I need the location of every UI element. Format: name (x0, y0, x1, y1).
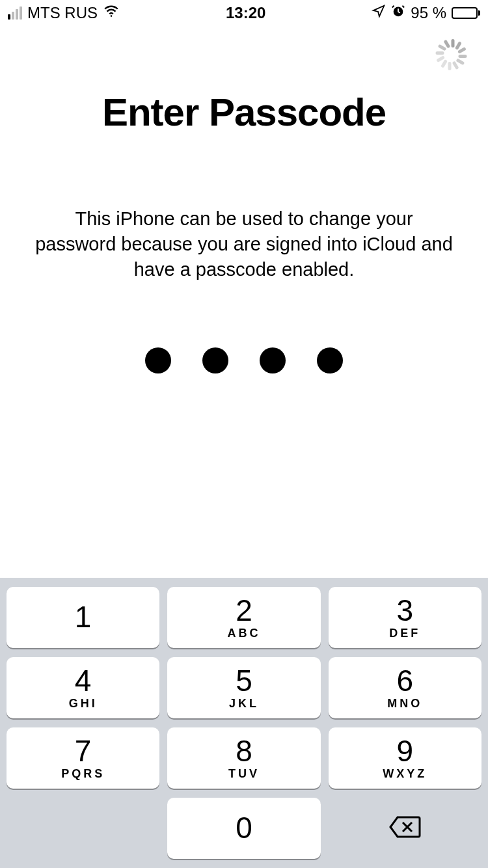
keypad-key-9[interactable]: 9 WXYZ (329, 727, 481, 789)
keypad-digit: 1 (75, 602, 92, 632)
carrier-name: MTS RUS (27, 4, 98, 22)
backspace-icon (388, 815, 421, 842)
alarm-icon (391, 4, 405, 22)
numeric-keypad: 1 2 ABC 3 DEF 4 GHI 5 JKL 6 MNO 7 PQRS 8… (0, 578, 488, 868)
battery-percent: 95 % (411, 4, 446, 22)
keypad-letters: MNO (387, 697, 422, 711)
keypad-letters: JKL (229, 697, 259, 711)
keypad-digit: 2 (236, 595, 252, 625)
signal-icon (8, 7, 22, 20)
spinner-row (0, 26, 488, 70)
passcode-dot (145, 347, 171, 373)
keypad-empty-slot (7, 798, 159, 859)
page-description: This iPhone can be used to change your p… (26, 206, 462, 282)
keypad-letters: TUV (228, 767, 260, 781)
keypad-key-8[interactable]: 8 TUV (167, 727, 320, 789)
passcode-dots (145, 347, 343, 373)
keypad-digit: 0 (236, 813, 252, 843)
keypad-letters: ABC (227, 627, 260, 640)
keypad-key-7[interactable]: 7 PQRS (7, 727, 159, 789)
battery-icon (452, 7, 480, 19)
keypad-key-3[interactable]: 3 DEF (329, 587, 481, 648)
svg-point-0 (111, 15, 113, 17)
keypad-key-4[interactable]: 4 GHI (7, 657, 159, 718)
keypad-digit: 6 (397, 666, 414, 696)
keypad-key-1[interactable]: 1 (7, 587, 159, 648)
keypad-key-6[interactable]: 6 MNO (329, 657, 481, 718)
keypad-key-0[interactable]: 0 (167, 798, 320, 859)
status-right: 95 % (372, 4, 480, 22)
keypad-digit: 4 (75, 666, 92, 696)
keypad-key-2[interactable]: 2 ABC (167, 587, 320, 648)
keypad-letters: WXYZ (383, 767, 427, 781)
keypad-digit: 7 (75, 736, 92, 766)
passcode-dot (260, 347, 286, 373)
wifi-icon (103, 3, 120, 23)
status-bar: MTS RUS 13:20 95 % (0, 0, 488, 26)
keypad-digit: 5 (236, 666, 252, 696)
keypad-digit: 8 (236, 736, 252, 766)
location-icon (372, 4, 386, 22)
keypad-letters: PQRS (61, 767, 105, 781)
loading-spinner-icon (437, 39, 468, 70)
passcode-dot (202, 347, 228, 373)
content-area: Enter Passcode This iPhone can be used t… (0, 70, 488, 578)
keypad-letters: GHI (69, 697, 98, 711)
page-title: Enter Passcode (102, 90, 386, 135)
keypad-digit: 9 (397, 736, 414, 766)
keypad-letters: DEF (389, 627, 420, 640)
status-time: 13:20 (226, 4, 265, 22)
status-left: MTS RUS (8, 3, 120, 23)
passcode-dot (317, 347, 343, 373)
keypad-digit: 3 (397, 595, 414, 625)
keypad-key-5[interactable]: 5 JKL (167, 657, 320, 718)
keypad-delete-button[interactable] (329, 798, 481, 859)
